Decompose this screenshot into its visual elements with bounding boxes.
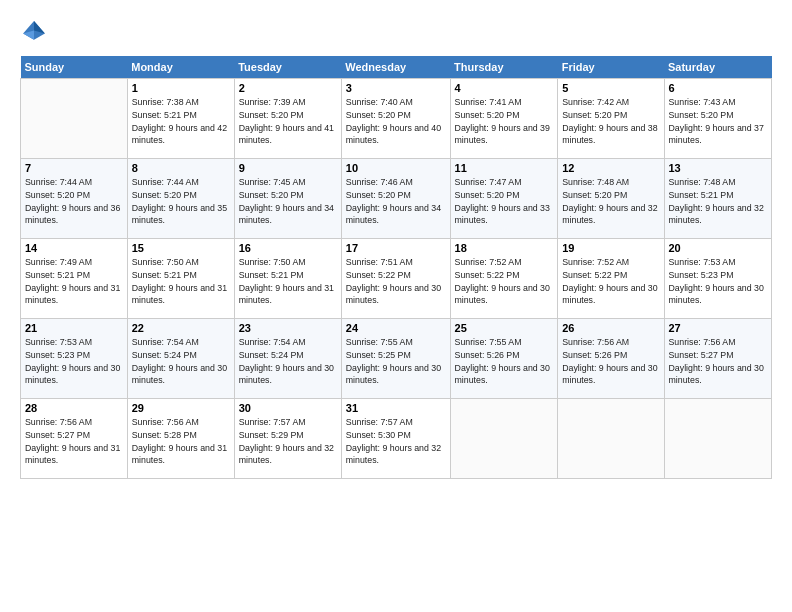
day-number: 3: [346, 82, 446, 94]
daylight-text: Daylight: 9 hours and 30 minutes.: [346, 363, 441, 386]
day-info: Sunrise: 7:39 AMSunset: 5:20 PMDaylight:…: [239, 96, 337, 147]
sunrise-text: Sunrise: 7:44 AM: [25, 177, 92, 187]
calendar-cell: 4Sunrise: 7:41 AMSunset: 5:20 PMDaylight…: [450, 79, 558, 159]
calendar-cell: 19Sunrise: 7:52 AMSunset: 5:22 PMDayligh…: [558, 239, 664, 319]
daylight-text: Daylight: 9 hours and 30 minutes.: [346, 283, 441, 306]
day-info: Sunrise: 7:56 AMSunset: 5:26 PMDaylight:…: [562, 336, 659, 387]
daylight-text: Daylight: 9 hours and 32 minutes.: [346, 443, 441, 466]
day-number: 7: [25, 162, 123, 174]
daylight-text: Daylight: 9 hours and 38 minutes.: [562, 123, 657, 146]
header: [20, 18, 772, 46]
day-number: 10: [346, 162, 446, 174]
calendar-header-wednesday: Wednesday: [341, 56, 450, 79]
calendar-cell: 5Sunrise: 7:42 AMSunset: 5:20 PMDaylight…: [558, 79, 664, 159]
sunrise-text: Sunrise: 7:56 AM: [132, 417, 199, 427]
day-info: Sunrise: 7:48 AMSunset: 5:20 PMDaylight:…: [562, 176, 659, 227]
day-info: Sunrise: 7:52 AMSunset: 5:22 PMDaylight:…: [455, 256, 554, 307]
logo-icon: [20, 18, 48, 46]
calendar-cell: 25Sunrise: 7:55 AMSunset: 5:26 PMDayligh…: [450, 319, 558, 399]
sunrise-text: Sunrise: 7:51 AM: [346, 257, 413, 267]
day-info: Sunrise: 7:38 AMSunset: 5:21 PMDaylight:…: [132, 96, 230, 147]
day-info: Sunrise: 7:55 AMSunset: 5:26 PMDaylight:…: [455, 336, 554, 387]
sunset-text: Sunset: 5:20 PM: [239, 190, 304, 200]
sunrise-text: Sunrise: 7:56 AM: [25, 417, 92, 427]
calendar-cell: 17Sunrise: 7:51 AMSunset: 5:22 PMDayligh…: [341, 239, 450, 319]
day-info: Sunrise: 7:47 AMSunset: 5:20 PMDaylight:…: [455, 176, 554, 227]
sunset-text: Sunset: 5:21 PM: [132, 270, 197, 280]
sunrise-text: Sunrise: 7:46 AM: [346, 177, 413, 187]
calendar-cell: [21, 79, 128, 159]
sunset-text: Sunset: 5:27 PM: [669, 350, 734, 360]
calendar-cell: 28Sunrise: 7:56 AMSunset: 5:27 PMDayligh…: [21, 399, 128, 479]
calendar-week-5: 28Sunrise: 7:56 AMSunset: 5:27 PMDayligh…: [21, 399, 772, 479]
day-info: Sunrise: 7:54 AMSunset: 5:24 PMDaylight:…: [239, 336, 337, 387]
calendar-cell: 8Sunrise: 7:44 AMSunset: 5:20 PMDaylight…: [127, 159, 234, 239]
sunrise-text: Sunrise: 7:42 AM: [562, 97, 629, 107]
daylight-text: Daylight: 9 hours and 30 minutes.: [455, 283, 550, 306]
day-info: Sunrise: 7:42 AMSunset: 5:20 PMDaylight:…: [562, 96, 659, 147]
sunset-text: Sunset: 5:20 PM: [346, 190, 411, 200]
sunset-text: Sunset: 5:26 PM: [455, 350, 520, 360]
day-number: 26: [562, 322, 659, 334]
calendar-cell: 18Sunrise: 7:52 AMSunset: 5:22 PMDayligh…: [450, 239, 558, 319]
sunrise-text: Sunrise: 7:56 AM: [669, 337, 736, 347]
day-info: Sunrise: 7:44 AMSunset: 5:20 PMDaylight:…: [25, 176, 123, 227]
daylight-text: Daylight: 9 hours and 32 minutes.: [239, 443, 334, 466]
sunrise-text: Sunrise: 7:45 AM: [239, 177, 306, 187]
day-number: 12: [562, 162, 659, 174]
day-info: Sunrise: 7:52 AMSunset: 5:22 PMDaylight:…: [562, 256, 659, 307]
calendar-cell: 30Sunrise: 7:57 AMSunset: 5:29 PMDayligh…: [234, 399, 341, 479]
day-number: 5: [562, 82, 659, 94]
sunset-text: Sunset: 5:24 PM: [239, 350, 304, 360]
calendar-week-3: 14Sunrise: 7:49 AMSunset: 5:21 PMDayligh…: [21, 239, 772, 319]
calendar-cell: 20Sunrise: 7:53 AMSunset: 5:23 PMDayligh…: [664, 239, 772, 319]
day-info: Sunrise: 7:53 AMSunset: 5:23 PMDaylight:…: [669, 256, 768, 307]
sunrise-text: Sunrise: 7:40 AM: [346, 97, 413, 107]
daylight-text: Daylight: 9 hours and 42 minutes.: [132, 123, 227, 146]
calendar-cell: 21Sunrise: 7:53 AMSunset: 5:23 PMDayligh…: [21, 319, 128, 399]
sunrise-text: Sunrise: 7:57 AM: [239, 417, 306, 427]
day-info: Sunrise: 7:48 AMSunset: 5:21 PMDaylight:…: [669, 176, 768, 227]
day-info: Sunrise: 7:49 AMSunset: 5:21 PMDaylight:…: [25, 256, 123, 307]
day-number: 17: [346, 242, 446, 254]
calendar-cell: 31Sunrise: 7:57 AMSunset: 5:30 PMDayligh…: [341, 399, 450, 479]
calendar-cell: 26Sunrise: 7:56 AMSunset: 5:26 PMDayligh…: [558, 319, 664, 399]
daylight-text: Daylight: 9 hours and 30 minutes.: [562, 283, 657, 306]
calendar-header-tuesday: Tuesday: [234, 56, 341, 79]
calendar-cell: 23Sunrise: 7:54 AMSunset: 5:24 PMDayligh…: [234, 319, 341, 399]
calendar-cell: [664, 399, 772, 479]
day-number: 9: [239, 162, 337, 174]
calendar-week-4: 21Sunrise: 7:53 AMSunset: 5:23 PMDayligh…: [21, 319, 772, 399]
day-number: 21: [25, 322, 123, 334]
sunrise-text: Sunrise: 7:50 AM: [132, 257, 199, 267]
calendar-cell: 29Sunrise: 7:56 AMSunset: 5:28 PMDayligh…: [127, 399, 234, 479]
calendar-cell: 1Sunrise: 7:38 AMSunset: 5:21 PMDaylight…: [127, 79, 234, 159]
day-number: 19: [562, 242, 659, 254]
day-number: 29: [132, 402, 230, 414]
calendar-cell: [450, 399, 558, 479]
sunrise-text: Sunrise: 7:53 AM: [25, 337, 92, 347]
sunrise-text: Sunrise: 7:52 AM: [562, 257, 629, 267]
day-info: Sunrise: 7:51 AMSunset: 5:22 PMDaylight:…: [346, 256, 446, 307]
daylight-text: Daylight: 9 hours and 31 minutes.: [239, 283, 334, 306]
sunset-text: Sunset: 5:27 PM: [25, 430, 90, 440]
sunrise-text: Sunrise: 7:54 AM: [132, 337, 199, 347]
day-number: 15: [132, 242, 230, 254]
calendar-cell: 13Sunrise: 7:48 AMSunset: 5:21 PMDayligh…: [664, 159, 772, 239]
daylight-text: Daylight: 9 hours and 31 minutes.: [132, 443, 227, 466]
calendar-cell: 15Sunrise: 7:50 AMSunset: 5:21 PMDayligh…: [127, 239, 234, 319]
sunrise-text: Sunrise: 7:56 AM: [562, 337, 629, 347]
daylight-text: Daylight: 9 hours and 41 minutes.: [239, 123, 334, 146]
calendar-cell: 16Sunrise: 7:50 AMSunset: 5:21 PMDayligh…: [234, 239, 341, 319]
daylight-text: Daylight: 9 hours and 36 minutes.: [25, 203, 120, 226]
calendar-table: SundayMondayTuesdayWednesdayThursdayFrid…: [20, 56, 772, 479]
day-number: 28: [25, 402, 123, 414]
sunrise-text: Sunrise: 7:55 AM: [455, 337, 522, 347]
day-number: 25: [455, 322, 554, 334]
sunset-text: Sunset: 5:23 PM: [25, 350, 90, 360]
sunrise-text: Sunrise: 7:41 AM: [455, 97, 522, 107]
day-info: Sunrise: 7:44 AMSunset: 5:20 PMDaylight:…: [132, 176, 230, 227]
daylight-text: Daylight: 9 hours and 32 minutes.: [669, 203, 764, 226]
sunrise-text: Sunrise: 7:38 AM: [132, 97, 199, 107]
day-number: 30: [239, 402, 337, 414]
